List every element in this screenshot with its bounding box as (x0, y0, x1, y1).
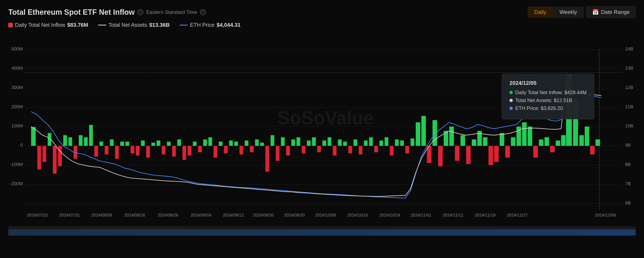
legend-total-assets: Total Net Assets $13.36B (98, 22, 170, 28)
svg-rect-148 (596, 139, 600, 146)
svg-rect-111 (369, 137, 373, 146)
svg-rect-76 (188, 146, 192, 155)
svg-rect-139 (522, 122, 527, 146)
svg-rect-87 (245, 140, 248, 146)
svg-text:2024/08/16: 2024/08/16 (124, 213, 145, 217)
svg-rect-135 (500, 133, 504, 146)
daily-button[interactable]: Daily (528, 6, 553, 18)
svg-text:SoSoValue: SoSoValue (277, 107, 374, 128)
chart-container: Total Ethereum Spot ETF Net Inflow ⓘ Eas… (0, 0, 644, 258)
svg-rect-126 (449, 126, 454, 146)
svg-rect-56 (84, 137, 88, 146)
svg-text:12B: 12B (625, 84, 633, 90)
legend-net-inflow: Daily Total Net Inflow $83.76M (8, 22, 88, 28)
svg-text:2024/10/24: 2024/10/24 (380, 213, 400, 217)
tooltip-eth-price-value: ETH Price: $3,826.20 (515, 105, 563, 111)
svg-rect-79 (203, 139, 207, 146)
svg-rect-94 (281, 137, 285, 146)
svg-rect-140 (528, 126, 532, 146)
svg-rect-131 (477, 131, 482, 146)
svg-text:500M: 500M (12, 46, 23, 51)
svg-rect-132 (483, 137, 488, 146)
total-assets-label: Total Net Assets (108, 22, 147, 28)
svg-rect-75 (182, 146, 186, 160)
title-section: Total Ethereum Spot ETF Net Inflow ⓘ Eas… (8, 8, 206, 16)
date-range-button[interactable]: 📅 Date Range (586, 6, 636, 18)
svg-rect-81 (214, 146, 217, 158)
svg-rect-55 (79, 135, 82, 146)
svg-text:2024/09/30: 2024/09/30 (284, 213, 305, 217)
title-info-icon[interactable]: ⓘ (138, 9, 143, 15)
svg-rect-109 (359, 146, 362, 154)
svg-rect-65 (130, 146, 134, 153)
tooltip-net-inflow-row: Daily Total Net Inflow: $428.44M (510, 90, 586, 96)
svg-rect-64 (126, 142, 129, 146)
svg-text:-200M: -200M (10, 181, 23, 186)
svg-rect-120 (416, 122, 420, 146)
svg-rect-85 (234, 142, 238, 146)
main-chart-svg: 500M 400M 300M 200M 100M 0 -100M -200M 1… (8, 32, 636, 230)
tooltip-date: 2024/12/05 (510, 80, 586, 86)
svg-text:400M: 400M (12, 65, 23, 70)
eth-price-label: ETH Price (190, 22, 214, 28)
svg-rect-145 (579, 135, 584, 146)
weekly-button[interactable]: Weekly (553, 6, 584, 18)
svg-rect-142 (539, 139, 544, 146)
svg-rect-66 (136, 146, 140, 155)
svg-rect-60 (105, 146, 108, 154)
tooltip-eth-price-dot (510, 106, 513, 110)
svg-rect-90 (260, 143, 264, 146)
svg-rect-61 (110, 139, 114, 146)
svg-rect-104 (333, 146, 336, 155)
svg-rect-78 (198, 146, 202, 152)
svg-text:9B: 9B (625, 142, 631, 148)
svg-text:2024/10/16: 2024/10/16 (347, 213, 368, 217)
svg-rect-128 (460, 135, 465, 146)
svg-text:8B: 8B (625, 162, 631, 167)
svg-rect-115 (390, 146, 394, 155)
total-assets-line (98, 25, 106, 26)
svg-rect-48 (42, 146, 46, 162)
legend-eth-price: ETH Price $4,044.31 (180, 22, 240, 28)
scrollbar-track (8, 226, 636, 236)
scrollbar-content (8, 230, 636, 236)
net-inflow-dot (8, 23, 13, 28)
svg-rect-107 (348, 146, 352, 153)
eth-price-line (180, 25, 188, 26)
svg-rect-124 (438, 146, 443, 166)
svg-rect-68 (146, 146, 150, 158)
svg-text:2024/07/23: 2024/07/23 (27, 213, 48, 217)
svg-rect-47 (37, 146, 41, 170)
svg-text:7B: 7B (625, 181, 631, 186)
svg-text:200M: 200M (12, 104, 23, 109)
svg-rect-108 (354, 139, 357, 146)
svg-text:2024/10/08: 2024/10/08 (315, 213, 336, 217)
svg-text:6B: 6B (625, 200, 631, 206)
svg-text:-100M: -100M (10, 162, 23, 167)
chart-area: 500M 400M 300M 200M 100M 0 -100M -200M 1… (8, 32, 636, 230)
svg-rect-116 (395, 139, 399, 146)
svg-text:13B: 13B (625, 65, 633, 70)
svg-text:11B: 11B (625, 104, 633, 109)
svg-rect-152 (561, 135, 566, 146)
svg-text:2024/09/04: 2024/09/04 (191, 213, 212, 217)
period-buttons: Daily Weekly (528, 6, 584, 18)
net-inflow-label: Daily Total Net Inflow (15, 22, 65, 28)
chart-scrollbar[interactable] (8, 226, 636, 236)
legend-row: Daily Total Net Inflow $83.76M Total Net… (8, 22, 636, 28)
svg-rect-51 (58, 146, 62, 166)
svg-text:2024/12/06: 2024/12/06 (595, 213, 616, 217)
tooltip-total-assets-dot (510, 99, 513, 102)
svg-rect-49 (48, 133, 52, 146)
svg-rect-77 (193, 142, 196, 146)
svg-rect-53 (68, 137, 72, 146)
svg-rect-82 (219, 142, 222, 146)
svg-rect-70 (156, 140, 160, 146)
controls-section: Daily Weekly 📅 Date Range (528, 6, 636, 18)
svg-rect-80 (208, 137, 212, 146)
svg-rect-118 (405, 146, 409, 153)
total-assets-value: $13.36B (149, 22, 170, 28)
timezone-info-icon[interactable]: ⓘ (200, 9, 206, 15)
svg-rect-141 (533, 146, 538, 158)
chart-title: Total Ethereum Spot ETF Net Inflow (8, 8, 134, 16)
